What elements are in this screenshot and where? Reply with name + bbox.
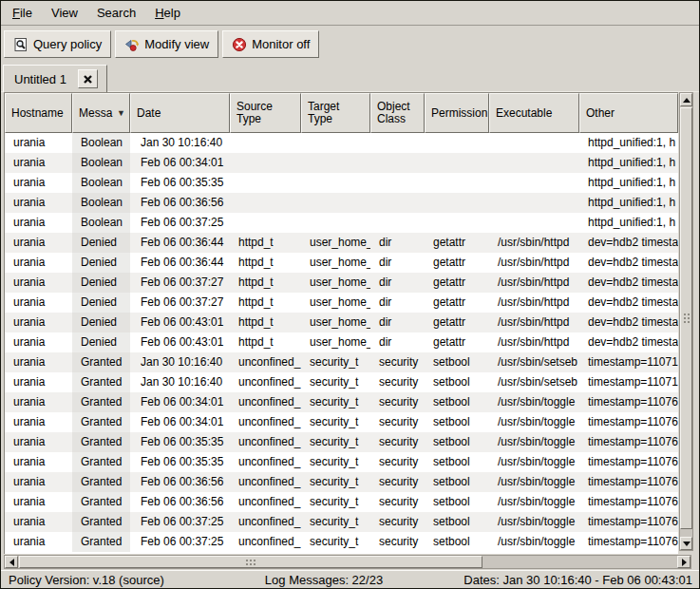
cell-executable (489, 173, 579, 193)
cell-message: Granted (72, 432, 130, 452)
cell-executable: /usr/sbin/httpd (489, 313, 579, 332)
table-row[interactable]: uraniaGrantedFeb 06 00:36:56unconfined_s… (5, 472, 678, 492)
cell-date: Jan 30 10:16:40 (130, 133, 230, 153)
table-row[interactable]: uraniaDeniedFeb 06 00:36:44httpd_tuser_h… (5, 253, 678, 273)
tab-close-button[interactable] (78, 69, 98, 88)
log-table: Hostname Messa ▼ Date Source Type Target… (4, 92, 694, 570)
column-header-object-class[interactable]: Object Class (370, 93, 425, 133)
scroll-down-button[interactable] (680, 537, 692, 550)
column-header-target-type[interactable]: Target Type (301, 93, 370, 133)
cell-hostname: urania (5, 253, 72, 273)
cell-executable: /usr/sbin/toggle (489, 492, 579, 512)
cell-target: security_t (301, 472, 370, 492)
table-row[interactable]: uraniaBooleanFeb 06 00:35:35httpd_unifie… (5, 173, 678, 193)
column-header-other[interactable]: Other (579, 93, 678, 133)
scroll-up-button[interactable] (680, 93, 692, 106)
cell-hostname: urania (5, 472, 72, 492)
table-row[interactable]: uraniaGrantedFeb 06 00:35:35unconfined_s… (5, 432, 678, 452)
modify-view-icon (124, 37, 140, 52)
cell-message: Denied (72, 253, 130, 273)
cell-other: dev=hdb2 timesta (579, 233, 678, 253)
cell-object: security (370, 372, 425, 392)
column-header-label: Permission (431, 107, 487, 120)
menu-search[interactable]: Search (87, 2, 145, 24)
cell-permission: setbool (425, 432, 489, 452)
table-row[interactable]: uraniaGrantedFeb 06 00:37:25unconfined_s… (5, 532, 678, 552)
cell-permission: getattr (425, 233, 489, 253)
column-header-permission[interactable]: Permission (425, 93, 489, 133)
cell-date: Feb 06 00:36:44 (130, 233, 230, 253)
table-row[interactable]: uraniaDeniedFeb 06 00:43:01httpd_tuser_h… (5, 332, 678, 352)
cell-hostname: urania (5, 273, 72, 293)
cell-hostname: urania (5, 173, 72, 193)
cell-message: Denied (72, 332, 130, 352)
cell-permission: setbool (425, 372, 489, 392)
cell-hostname: urania (5, 352, 72, 372)
cell-object (370, 193, 425, 213)
table-row[interactable]: uraniaBooleanFeb 06 00:34:01httpd_unifie… (5, 153, 678, 173)
cell-target: security_t (301, 452, 370, 472)
table-row[interactable]: uraniaGrantedFeb 06 00:37:25unconfined_s… (5, 512, 678, 532)
cell-object: security (370, 492, 425, 512)
table-row[interactable]: uraniaGrantedJan 30 10:16:40unconfined_s… (5, 372, 678, 392)
vertical-scrollbar[interactable] (679, 92, 693, 551)
cell-source: httpd_t (230, 253, 301, 273)
column-header-executable[interactable]: Executable (489, 93, 579, 133)
cell-source: httpd_t (230, 273, 301, 293)
cell-date: Feb 06 00:34:01 (130, 153, 230, 173)
menu-view[interactable]: View (42, 2, 87, 24)
horizontal-scrollbar[interactable] (4, 555, 691, 569)
cell-permission (425, 213, 489, 233)
modify-view-button[interactable]: Modify view (115, 30, 218, 58)
column-header-date[interactable]: Date (130, 93, 230, 133)
horizontal-scrollbar-thumb[interactable] (19, 556, 482, 568)
cell-target: security_t (301, 372, 370, 392)
table-row[interactable]: uraniaDeniedFeb 06 00:36:44httpd_tuser_h… (5, 233, 678, 253)
scroll-right-button[interactable] (677, 556, 691, 568)
cell-executable: /usr/sbin/toggle (489, 532, 579, 552)
tab-untitled-1[interactable]: Untitled 1 (3, 65, 107, 92)
cell-target: security_t (301, 492, 370, 512)
policy-version-status: Policy Version: v.18 (source) (1, 573, 238, 587)
table-row[interactable]: uraniaGrantedFeb 06 00:34:01unconfined_s… (5, 392, 678, 412)
cell-object (370, 153, 425, 173)
menu-help[interactable]: Help (145, 2, 190, 24)
cell-source: unconfined_ (230, 492, 301, 512)
table-row[interactable]: uraniaDeniedFeb 06 00:43:01httpd_tuser_h… (5, 313, 678, 332)
cell-date: Feb 06 00:36:56 (130, 472, 230, 492)
cell-source (230, 213, 301, 233)
cell-message: Granted (72, 412, 130, 432)
menu-file[interactable]: File (3, 2, 42, 24)
query-policy-button[interactable]: Query policy (4, 30, 111, 58)
table-row[interactable]: uraniaGrantedFeb 06 00:34:01unconfined_s… (5, 412, 678, 432)
table-row[interactable]: uraniaBooleanJan 30 10:16:40httpd_unifie… (5, 133, 678, 153)
cell-date: Feb 06 00:35:35 (130, 432, 230, 452)
table-row[interactable]: uraniaGrantedJan 30 10:16:40unconfined_s… (5, 352, 678, 372)
monitor-off-button[interactable]: Monitor off (222, 30, 319, 58)
scroll-left-button[interactable] (5, 556, 18, 568)
table-row[interactable]: uraniaDeniedFeb 06 00:37:27httpd_tuser_h… (5, 273, 678, 293)
table-row[interactable]: uraniaGrantedFeb 06 00:36:56unconfined_s… (5, 492, 678, 512)
cell-hostname: urania (5, 412, 72, 432)
cell-date: Feb 06 00:34:01 (130, 412, 230, 432)
cell-target (301, 213, 370, 233)
cell-date: Feb 06 00:37:25 (130, 532, 230, 552)
table-row[interactable]: uraniaGrantedFeb 06 00:35:35unconfined_s… (5, 452, 678, 472)
cell-executable: /usr/sbin/setseb (489, 372, 579, 392)
cell-source: httpd_t (230, 332, 301, 352)
table-row[interactable]: uraniaDeniedFeb 06 00:37:27httpd_tuser_h… (5, 293, 678, 313)
cell-message: Granted (72, 392, 130, 412)
cell-date: Feb 06 00:37:25 (130, 512, 230, 532)
cell-source: unconfined_ (230, 392, 301, 412)
column-header-message[interactable]: Messa ▼ (72, 93, 130, 133)
cell-executable (489, 213, 579, 233)
column-header-source-type[interactable]: Source Type (230, 93, 301, 133)
column-header-hostname[interactable]: Hostname (5, 93, 72, 133)
monitor-off-icon (232, 37, 247, 52)
cell-other: dev=hdb2 timesta (579, 332, 678, 352)
table-row[interactable]: uraniaBooleanFeb 06 00:37:25httpd_unifie… (5, 213, 678, 233)
vertical-scrollbar-thumb[interactable] (680, 107, 692, 529)
cell-other: httpd_unified:1, h (579, 153, 678, 173)
modify-view-label: Modify view (144, 37, 209, 51)
table-row[interactable]: uraniaBooleanFeb 06 00:36:56httpd_unifie… (5, 193, 678, 213)
